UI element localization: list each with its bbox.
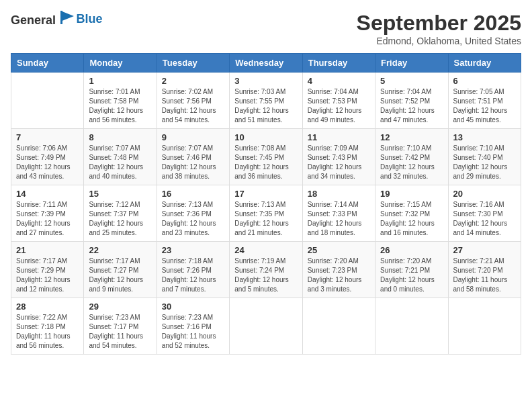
day-number: 19 — [380, 189, 443, 199]
calendar-cell: 22Sunrise: 7:17 AM Sunset: 7:27 PM Dayli… — [84, 242, 157, 298]
weekday-header-saturday: Saturday — [448, 54, 521, 73]
day-number: 7 — [16, 132, 79, 142]
day-info: Sunrise: 7:01 AM Sunset: 7:58 PM Dayligh… — [89, 87, 151, 125]
day-number: 18 — [308, 189, 370, 199]
day-info: Sunrise: 7:20 AM Sunset: 7:21 PM Dayligh… — [380, 257, 443, 294]
calendar-cell: 18Sunrise: 7:14 AM Sunset: 7:33 PM Dayli… — [302, 185, 375, 242]
calendar-header-row: SundayMondayTuesdayWednesdayThursdayFrid… — [11, 54, 521, 73]
calendar-cell: 19Sunrise: 7:15 AM Sunset: 7:32 PM Dayli… — [375, 185, 448, 242]
day-number: 14 — [16, 189, 79, 199]
day-info: Sunrise: 7:09 AM Sunset: 7:43 PM Dayligh… — [308, 144, 370, 181]
day-info: Sunrise: 7:12 AM Sunset: 7:37 PM Dayligh… — [89, 200, 151, 238]
day-info: Sunrise: 7:02 AM Sunset: 7:56 PM Dayligh… — [162, 87, 224, 125]
weekday-header-wednesday: Wednesday — [230, 54, 302, 73]
day-number: 13 — [453, 132, 516, 142]
day-number: 8 — [89, 132, 151, 142]
calendar-cell: 12Sunrise: 7:10 AM Sunset: 7:42 PM Dayli… — [375, 129, 448, 185]
day-info: Sunrise: 7:21 AM Sunset: 7:20 PM Dayligh… — [453, 257, 516, 294]
logo-general-text: General — [11, 13, 56, 27]
calendar-table: SundayMondayTuesdayWednesdayThursdayFrid… — [11, 53, 521, 355]
day-number: 6 — [453, 76, 516, 86]
day-number: 10 — [234, 132, 297, 142]
day-info: Sunrise: 7:22 AM Sunset: 7:18 PM Dayligh… — [16, 313, 79, 351]
calendar-cell: 30Sunrise: 7:23 AM Sunset: 7:16 PM Dayli… — [157, 298, 229, 355]
calendar-cell: 23Sunrise: 7:18 AM Sunset: 7:26 PM Dayli… — [157, 242, 229, 298]
day-number: 24 — [234, 245, 297, 255]
calendar-cell: 10Sunrise: 7:08 AM Sunset: 7:45 PM Dayli… — [230, 129, 302, 185]
day-number: 2 — [162, 76, 224, 86]
day-info: Sunrise: 7:18 AM Sunset: 7:26 PM Dayligh… — [162, 257, 224, 294]
day-info: Sunrise: 7:13 AM Sunset: 7:36 PM Dayligh… — [162, 200, 224, 238]
calendar-week-row: 14Sunrise: 7:11 AM Sunset: 7:39 PM Dayli… — [11, 185, 521, 242]
calendar-cell: 25Sunrise: 7:20 AM Sunset: 7:23 PM Dayli… — [302, 242, 375, 298]
weekday-header-thursday: Thursday — [302, 54, 375, 73]
day-number: 23 — [162, 245, 224, 255]
day-info: Sunrise: 7:07 AM Sunset: 7:46 PM Dayligh… — [162, 144, 224, 181]
calendar-cell: 4Sunrise: 7:04 AM Sunset: 7:53 PM Daylig… — [302, 73, 375, 129]
svg-rect-1 — [60, 11, 62, 24]
calendar-cell: 6Sunrise: 7:05 AM Sunset: 7:51 PM Daylig… — [448, 73, 521, 129]
day-info: Sunrise: 7:03 AM Sunset: 7:55 PM Dayligh… — [234, 87, 297, 125]
logo-flag-icon — [60, 11, 77, 24]
day-info: Sunrise: 7:04 AM Sunset: 7:52 PM Dayligh… — [380, 87, 443, 125]
calendar-cell: 11Sunrise: 7:09 AM Sunset: 7:43 PM Dayli… — [302, 129, 375, 185]
day-info: Sunrise: 7:13 AM Sunset: 7:35 PM Dayligh… — [234, 200, 297, 238]
calendar-cell: 28Sunrise: 7:22 AM Sunset: 7:18 PM Dayli… — [11, 298, 84, 355]
calendar-cell: 17Sunrise: 7:13 AM Sunset: 7:35 PM Dayli… — [230, 185, 302, 242]
day-number: 15 — [89, 189, 151, 199]
day-number: 28 — [16, 302, 79, 312]
calendar-cell: 26Sunrise: 7:20 AM Sunset: 7:21 PM Dayli… — [375, 242, 448, 298]
month-title: September 2025 — [357, 11, 521, 36]
calendar-cell: 1Sunrise: 7:01 AM Sunset: 7:58 PM Daylig… — [84, 73, 157, 129]
calendar-cell — [375, 298, 448, 355]
day-number: 27 — [453, 245, 516, 255]
day-number: 17 — [234, 189, 297, 199]
day-info: Sunrise: 7:05 AM Sunset: 7:51 PM Dayligh… — [453, 87, 516, 125]
day-number: 5 — [380, 76, 443, 86]
day-info: Sunrise: 7:11 AM Sunset: 7:39 PM Dayligh… — [16, 200, 79, 238]
day-info: Sunrise: 7:06 AM Sunset: 7:49 PM Dayligh… — [16, 144, 79, 181]
calendar-cell — [230, 298, 302, 355]
day-info: Sunrise: 7:23 AM Sunset: 7:16 PM Dayligh… — [162, 313, 224, 351]
calendar-cell: 24Sunrise: 7:19 AM Sunset: 7:24 PM Dayli… — [230, 242, 302, 298]
day-info: Sunrise: 7:15 AM Sunset: 7:32 PM Dayligh… — [380, 200, 443, 238]
day-info: Sunrise: 7:14 AM Sunset: 7:33 PM Dayligh… — [308, 200, 370, 238]
calendar-cell: 5Sunrise: 7:04 AM Sunset: 7:52 PM Daylig… — [375, 73, 448, 129]
day-number: 9 — [162, 132, 224, 142]
day-info: Sunrise: 7:16 AM Sunset: 7:30 PM Dayligh… — [453, 200, 516, 238]
weekday-header-monday: Monday — [84, 54, 157, 73]
day-info: Sunrise: 7:08 AM Sunset: 7:45 PM Dayligh… — [234, 144, 297, 181]
day-number: 11 — [308, 132, 370, 142]
calendar-cell — [448, 298, 521, 355]
weekday-header-tuesday: Tuesday — [157, 54, 229, 73]
calendar-cell: 20Sunrise: 7:16 AM Sunset: 7:30 PM Dayli… — [448, 185, 521, 242]
header: General Blue September 2025 Edmond, Okla… — [11, 11, 521, 46]
day-number: 20 — [453, 189, 516, 199]
day-number: 21 — [16, 245, 79, 255]
logo: General Blue — [11, 11, 103, 28]
day-number: 1 — [89, 76, 151, 86]
calendar-cell: 15Sunrise: 7:12 AM Sunset: 7:37 PM Dayli… — [84, 185, 157, 242]
day-info: Sunrise: 7:04 AM Sunset: 7:53 PM Dayligh… — [308, 87, 370, 125]
day-info: Sunrise: 7:19 AM Sunset: 7:24 PM Dayligh… — [234, 257, 297, 294]
calendar-week-row: 21Sunrise: 7:17 AM Sunset: 7:29 PM Dayli… — [11, 242, 521, 298]
calendar-cell: 14Sunrise: 7:11 AM Sunset: 7:39 PM Dayli… — [11, 185, 84, 242]
calendar-cell: 7Sunrise: 7:06 AM Sunset: 7:49 PM Daylig… — [11, 129, 84, 185]
day-info: Sunrise: 7:07 AM Sunset: 7:48 PM Dayligh… — [89, 144, 151, 181]
day-number: 26 — [380, 245, 443, 255]
calendar-week-row: 28Sunrise: 7:22 AM Sunset: 7:18 PM Dayli… — [11, 298, 521, 355]
calendar-cell — [302, 298, 375, 355]
day-info: Sunrise: 7:17 AM Sunset: 7:27 PM Dayligh… — [89, 257, 151, 294]
calendar-cell: 8Sunrise: 7:07 AM Sunset: 7:48 PM Daylig… — [84, 129, 157, 185]
calendar-cell: 13Sunrise: 7:10 AM Sunset: 7:40 PM Dayli… — [448, 129, 521, 185]
day-info: Sunrise: 7:23 AM Sunset: 7:17 PM Dayligh… — [89, 313, 151, 351]
day-number: 29 — [89, 302, 151, 312]
day-number: 3 — [234, 76, 297, 86]
weekday-header-friday: Friday — [375, 54, 448, 73]
calendar-week-row: 1Sunrise: 7:01 AM Sunset: 7:58 PM Daylig… — [11, 73, 521, 129]
day-number: 25 — [308, 245, 370, 255]
day-number: 12 — [380, 132, 443, 142]
logo-blue-text: Blue — [77, 12, 103, 26]
calendar-cell: 3Sunrise: 7:03 AM Sunset: 7:55 PM Daylig… — [230, 73, 302, 129]
calendar-cell: 27Sunrise: 7:21 AM Sunset: 7:20 PM Dayli… — [448, 242, 521, 298]
